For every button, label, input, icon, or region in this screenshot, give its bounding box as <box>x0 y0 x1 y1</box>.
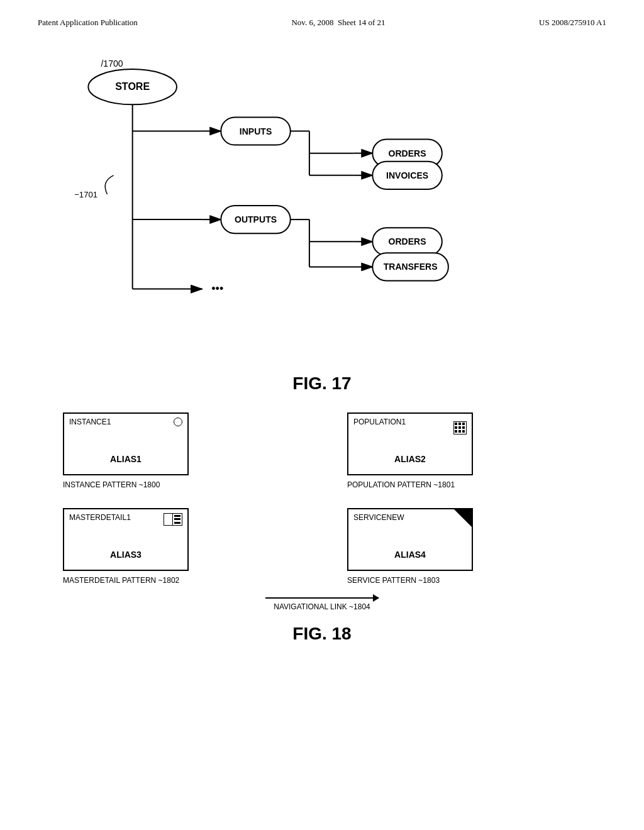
service-pattern-box: SERVICENEW ALIAS4 <box>347 508 473 571</box>
population-icon <box>453 418 467 434</box>
grid-icon <box>453 421 467 434</box>
population-pattern-wrapper: POPULATION1 ALIAS2 POPULATION PATTERN ~1… <box>347 412 581 489</box>
patterns-grid: INSTANCE1 ALIAS1 INSTANCE PATTERN ~1800 … <box>38 412 606 585</box>
svg-text:ORDERS: ORDERS <box>389 236 426 246</box>
fig17-diagram: STORE /1700 INPUTS ORDERS INV <box>38 40 606 367</box>
service-pattern-wrapper: SERVICENEW ALIAS4 SERVICE PATTERN ~1803 <box>347 508 581 585</box>
service-alias: ALIAS4 <box>348 550 472 560</box>
fig18-label: FIG. 18 <box>38 624 606 644</box>
service-pattern-label: SERVICE PATTERN ~1803 <box>347 576 440 585</box>
masterdetail-pattern-box: MASTERDETAIL1 ALIAS3 <box>63 508 189 571</box>
svg-text:OUTPUTS: OUTPUTS <box>235 214 277 224</box>
header-right: US 2008/275910 A1 <box>539 18 606 28</box>
main-content: STORE /1700 INPUTS ORDERS INV <box>0 34 644 663</box>
nav-link-label: NAVIGATIONAL LINK ~1804 <box>274 602 370 611</box>
instance-pattern-box: INSTANCE1 ALIAS1 <box>63 412 189 475</box>
instance-alias: ALIAS1 <box>64 454 187 464</box>
svg-text:•••: ••• <box>211 282 223 295</box>
fig18-container: INSTANCE1 ALIAS1 INSTANCE PATTERN ~1800 … <box>38 412 606 644</box>
svg-text:TRANSFERS: TRANSFERS <box>384 262 438 272</box>
circle-icon <box>174 418 182 426</box>
service-title: SERVICENEW <box>353 513 404 522</box>
masterdetail-table-icon <box>164 513 182 526</box>
masterdetail-pattern-wrapper: MASTERDETAIL1 ALIAS3 MASTERDETAIL PATTER… <box>63 508 297 585</box>
page-header: Patent Application Publication Nov. 6, 2… <box>0 0 644 34</box>
header-middle: Nov. 6, 2008 Sheet 14 of 21 <box>291 18 385 28</box>
svg-text:/1700: /1700 <box>101 58 123 69</box>
instance-pattern-label: INSTANCE PATTERN ~1800 <box>63 480 160 489</box>
header-left: Patent Application Publication <box>38 18 138 28</box>
fig17-svg: STORE /1700 INPUTS ORDERS INV <box>38 40 606 367</box>
instance-icon <box>174 418 182 429</box>
population-alias: ALIAS2 <box>348 454 472 464</box>
svg-text:−1701: −1701 <box>74 190 97 199</box>
population-pattern-label: POPULATION PATTERN ~1801 <box>347 480 455 489</box>
nav-link-section: NAVIGATIONAL LINK ~1804 <box>38 597 606 611</box>
fig17-label: FIG. 17 <box>38 374 606 394</box>
masterdetail-alias: ALIAS3 <box>64 550 187 560</box>
masterdetail-pattern-label: MASTERDETAIL PATTERN ~1802 <box>63 576 179 585</box>
population-title: POPULATION1 <box>353 418 406 426</box>
masterdetail-icon <box>164 513 182 528</box>
population-pattern-box: POPULATION1 ALIAS2 <box>347 412 473 475</box>
nav-link-arrow <box>265 597 379 599</box>
masterdetail-title: MASTERDETAIL1 <box>69 513 131 522</box>
instance-pattern-wrapper: INSTANCE1 ALIAS1 INSTANCE PATTERN ~1800 <box>63 412 297 489</box>
svg-text:INVOICES: INVOICES <box>386 170 428 180</box>
svg-text:STORE: STORE <box>115 80 150 92</box>
nav-link-line <box>265 597 379 599</box>
svg-text:ORDERS: ORDERS <box>389 148 426 158</box>
svg-text:INPUTS: INPUTS <box>240 126 272 136</box>
instance-title: INSTANCE1 <box>69 418 111 426</box>
